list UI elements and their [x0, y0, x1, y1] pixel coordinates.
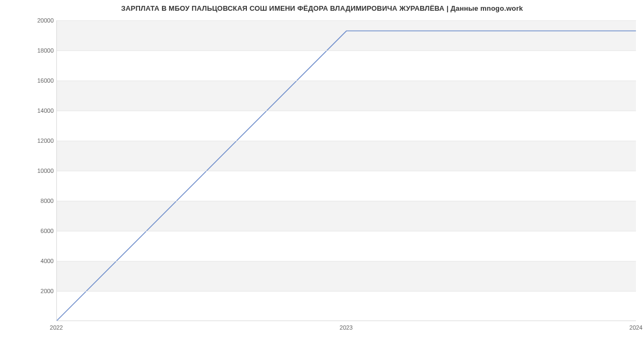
y-gridline	[57, 111, 636, 111]
plot-area	[56, 20, 636, 321]
y-tick-label: 18000	[30, 47, 54, 54]
y-tick-label: 6000	[30, 228, 54, 234]
y-tick-label: 8000	[30, 198, 54, 204]
y-gridline	[57, 20, 636, 21]
y-gridline	[57, 81, 636, 81]
y-tick-label: 16000	[30, 77, 54, 84]
y-gridline	[57, 50, 636, 51]
x-tick-label: 2023	[340, 324, 353, 331]
y-tick-label: 12000	[30, 137, 54, 144]
chart-container: ЗАРПЛАТА В МБОУ ПАЛЬЦОВСКАЯ СОШ ИМЕНИ ФЁ…	[0, 0, 644, 349]
y-tick-label: 10000	[30, 168, 54, 174]
x-tick-label: 2024	[630, 324, 642, 331]
y-gridline	[57, 231, 636, 231]
y-gridline	[57, 141, 636, 141]
y-gridline	[57, 291, 636, 292]
y-gridline	[57, 171, 636, 171]
x-tick-label: 2022	[50, 324, 63, 331]
chart-title: ЗАРПЛАТА В МБОУ ПАЛЬЦОВСКАЯ СОШ ИМЕНИ ФЁ…	[0, 4, 644, 12]
y-tick-label: 20000	[30, 17, 54, 24]
y-tick-label: 14000	[30, 107, 54, 114]
y-gridline	[57, 201, 636, 201]
y-tick-label: 4000	[30, 258, 54, 264]
y-tick-label: 2000	[30, 288, 54, 294]
y-gridline	[57, 261, 636, 261]
